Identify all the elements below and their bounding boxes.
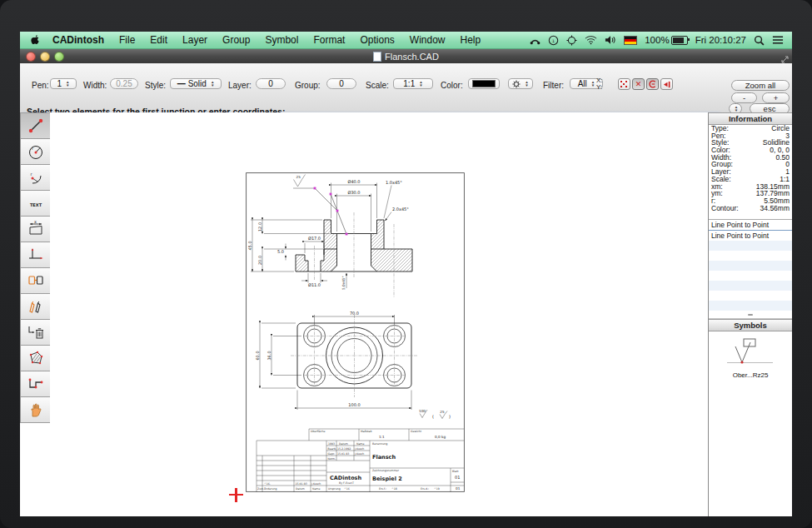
tool-circle[interactable]: r <box>20 139 51 165</box>
pen-popup[interactable]: 1▲▼ <box>50 78 77 89</box>
scale-label: Scale: <box>366 81 389 90</box>
group-label: Group: <box>295 81 321 90</box>
copy-tool-icon <box>27 271 45 290</box>
volume-icon[interactable] <box>605 35 616 45</box>
sync-badge-icon[interactable]: 1 <box>548 35 559 46</box>
battery-percent: 100% <box>645 35 669 45</box>
menu-item-app[interactable]: CADintosh <box>45 34 112 46</box>
menu-item-options[interactable]: Options <box>352 34 401 46</box>
width-field[interactable]: 0.25 <box>110 78 138 89</box>
svg-text:Datum: Datum <box>296 487 305 491</box>
selection-handle[interactable] <box>314 187 316 190</box>
y-coordinate-label: Y: <box>596 84 603 91</box>
tool-list-item[interactable] <box>709 281 792 291</box>
snap-endpoint-toggle[interactable] <box>660 78 673 90</box>
drawing-canvas[interactable]: .ol{stroke:#2b2b2b;stroke-width:.95;fill… <box>50 112 709 516</box>
style-popup[interactable]: — Solid ▲▼ <box>170 78 222 89</box>
information-rows: Type:Circle Pen:3 Style:Solidline Color:… <box>709 125 792 212</box>
tb-value: 1:1 <box>379 435 385 439</box>
dim-label: 20.0 <box>257 256 262 265</box>
svg-text:By F-EvenT: By F-EvenT <box>339 481 354 485</box>
tool-ortho[interactable] <box>20 242 51 268</box>
menu-item-layer[interactable]: Layer <box>175 34 215 46</box>
zoom-all-button[interactable]: Zoom all <box>731 80 790 91</box>
svg-text:Name: Name <box>356 442 364 446</box>
tool-edit[interactable] <box>20 294 51 320</box>
tool-list-item[interactable] <box>709 241 792 251</box>
menu-item-file[interactable]: File <box>112 34 142 46</box>
right-panel: Information Type:Circle Pen:3 Style:Soli… <box>708 112 792 516</box>
selection-handle[interactable] <box>336 210 339 212</box>
color-button[interactable] <box>468 78 500 89</box>
main-area: r r TEXT <box>20 112 792 516</box>
language-flag-de[interactable] <box>624 36 637 45</box>
popup-arrows-icon: ▲▼ <box>735 106 738 112</box>
location-icon[interactable] <box>566 35 577 46</box>
zoom-out-button[interactable]: - <box>731 92 757 103</box>
svg-text:Gepr.: Gepr. <box>328 452 335 456</box>
tool-delete[interactable] <box>20 320 51 346</box>
tool-line[interactable] <box>20 112 51 139</box>
color-swatch <box>472 80 496 87</box>
tool-list-item[interactable]: Line Point to Point <box>709 231 792 241</box>
hand-tool-icon <box>27 401 45 419</box>
tool-arc[interactable]: r <box>20 165 51 191</box>
tool-dimension[interactable]: x <box>20 217 51 242</box>
menu-item-format[interactable]: Format <box>306 34 352 46</box>
menu-item-edit[interactable]: Edit <box>142 34 175 46</box>
info-row: Contour:34.56mm <box>709 205 792 212</box>
menu-item-help[interactable]: Help <box>453 34 489 46</box>
tb-value: 0,0 kg <box>435 435 446 439</box>
wifi-icon[interactable] <box>585 35 597 45</box>
pen-label: Pen: <box>32 81 49 90</box>
tool-list-item[interactable] <box>709 261 792 271</box>
panel-resize-handle[interactable] <box>709 311 792 319</box>
settings-popup[interactable]: ▲▼ <box>508 78 533 89</box>
notification-list-icon[interactable] <box>772 35 784 45</box>
tb-label: Maßstab <box>361 430 372 433</box>
surface-finish-label: 25 <box>296 175 301 179</box>
menu-item-window[interactable]: Window <box>402 34 453 46</box>
group-field[interactable]: 0 <box>326 78 356 89</box>
battery-indicator[interactable]: 100% <box>645 35 687 45</box>
snap-intersection-toggle[interactable]: ✕ <box>632 78 645 90</box>
svg-text:J.Kusch: J.Kusch <box>311 482 321 486</box>
active-tool-header: Line Point to Point <box>709 219 792 231</box>
tool-list-item[interactable] <box>709 291 792 301</box>
tool-list-item[interactable] <box>709 251 792 261</box>
apple-menu[interactable] <box>20 34 45 46</box>
spotlight-search-icon[interactable] <box>754 35 765 46</box>
tool-list-item[interactable] <box>709 301 792 311</box>
app-window: Flansch.CAD Pen: 1▲▼ Width: 0.25 Style: … <box>20 49 792 516</box>
dim-label: Ø11.0 <box>308 282 321 287</box>
tool-text[interactable]: TEXT <box>20 191 51 217</box>
title-bar[interactable]: Flansch.CAD <box>20 49 792 63</box>
svg-text:(: ( <box>432 414 434 419</box>
symbol-item[interactable]: Ober...Rz25 <box>709 331 792 379</box>
svg-text:^19: ^19 <box>434 487 440 491</box>
snap-center-toggle[interactable] <box>646 78 659 90</box>
phone-icon[interactable] <box>530 35 541 46</box>
tool-list-item[interactable] <box>709 271 792 281</box>
menu-clock[interactable]: Fri 20:10:27 <box>695 35 746 45</box>
tool-copy[interactable] <box>20 268 51 294</box>
scale-popup[interactable]: 1:1▲▼ <box>393 78 433 89</box>
width-label: Width: <box>83 81 107 90</box>
tool-hatch[interactable] <box>20 346 51 371</box>
tool-list: Line Point to Point <box>709 231 792 311</box>
menu-item-group[interactable]: Group <box>215 34 257 46</box>
menu-item-symbol[interactable]: Symbol <box>257 34 306 46</box>
selection-handle[interactable] <box>346 233 348 236</box>
snap-grid-toggle[interactable] <box>618 78 630 90</box>
tool-pan[interactable] <box>20 397 51 423</box>
delete-tool-icon <box>27 323 45 341</box>
drawing-number: Beispiel 2 <box>372 476 402 482</box>
svg-text:1: 1 <box>552 38 555 42</box>
toolbar: Pen: 1▲▼ Width: 0.25 Style: — Solid ▲▼ L… <box>20 63 792 113</box>
selection-handle[interactable] <box>330 193 332 196</box>
tool-polyline[interactable] <box>20 371 51 397</box>
dim-label: 12.0 <box>257 222 262 232</box>
sheet-border <box>247 173 465 492</box>
layer-field[interactable]: 0 <box>256 78 286 89</box>
zoom-in-button[interactable]: + <box>762 92 790 103</box>
